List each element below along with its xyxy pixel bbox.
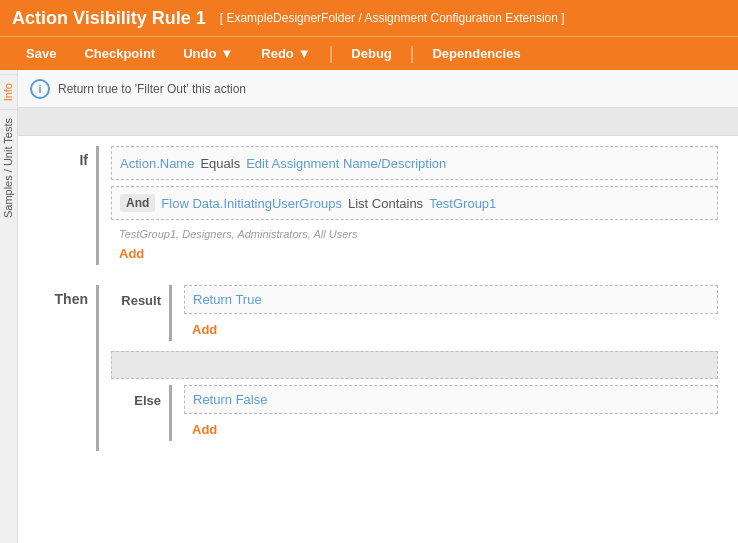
- else-value[interactable]: Return False: [184, 385, 718, 414]
- info-icon: i: [30, 79, 50, 99]
- if-label: If: [48, 146, 88, 168]
- result-row: Result Return True Add: [111, 285, 718, 341]
- redo-label: Redo: [261, 46, 294, 61]
- result-bracket: Return True Add: [169, 285, 718, 341]
- else-add-button[interactable]: Add: [184, 418, 225, 441]
- redo-chevron-icon: ▼: [298, 46, 311, 61]
- debug-button[interactable]: Debug: [337, 37, 405, 71]
- undo-label: Undo: [183, 46, 216, 61]
- if-bracket: Action.Name Equals Edit Assignment Name/…: [96, 146, 718, 265]
- page-header: Action Visibility Rule 1 [ ExampleDesign…: [0, 0, 738, 36]
- separator-1: |: [329, 43, 334, 64]
- condition-2-field[interactable]: Flow Data.InitiatingUserGroups: [161, 196, 342, 211]
- condition-and-label: And: [120, 194, 155, 212]
- condition-2-value[interactable]: TestGroup1: [429, 196, 496, 211]
- add-condition-button[interactable]: Add: [111, 242, 152, 265]
- result-value[interactable]: Return True: [184, 285, 718, 314]
- condition-1-value[interactable]: Edit Assignment Name/Description: [246, 156, 446, 171]
- condition-row-2: And Flow Data.InitiatingUserGroups List …: [111, 186, 718, 220]
- info-bar: i Return true to 'Filter Out' this actio…: [18, 70, 738, 108]
- then-spacer: [111, 351, 718, 379]
- condition-1-field[interactable]: Action.Name: [120, 156, 194, 171]
- content-area: i Return true to 'Filter Out' this actio…: [18, 70, 738, 543]
- then-section: Then Result Return True Add Else: [48, 285, 718, 451]
- save-button[interactable]: Save: [12, 37, 70, 71]
- dependencies-button[interactable]: Dependencies: [418, 37, 534, 71]
- left-sidebar: Info Samples / Unit Tests: [0, 70, 18, 543]
- page-title: Action Visibility Rule 1: [12, 8, 206, 29]
- condition-1-op: Equals: [200, 156, 240, 171]
- condition-2-op: List Contains: [348, 196, 423, 211]
- header-path: [ ExampleDesignerFolder / Assignment Con…: [220, 11, 565, 25]
- else-label: Else: [111, 385, 161, 408]
- info-message: Return true to 'Filter Out' this action: [58, 82, 246, 96]
- then-bracket: Result Return True Add Else Return False: [96, 285, 718, 451]
- spacer-bar: [18, 108, 738, 136]
- result-add-button[interactable]: Add: [184, 318, 225, 341]
- else-bracket: Return False Add: [169, 385, 718, 441]
- condition-hint: TestGroup1, Designers, Administrators, A…: [111, 226, 718, 242]
- then-label: Then: [48, 285, 88, 307]
- checkpoint-button[interactable]: Checkpoint: [70, 37, 169, 71]
- redo-button[interactable]: Redo ▼: [247, 37, 324, 71]
- rule-area: If Action.Name Equals Edit Assignment Na…: [18, 136, 738, 543]
- undo-button[interactable]: Undo ▼: [169, 37, 247, 71]
- main-container: Info Samples / Unit Tests i Return true …: [0, 70, 738, 543]
- separator-2: |: [410, 43, 415, 64]
- toolbar: Save Checkpoint Undo ▼ Redo ▼ | Debug | …: [0, 36, 738, 70]
- result-label: Result: [111, 285, 161, 308]
- if-section: If Action.Name Equals Edit Assignment Na…: [48, 146, 718, 265]
- else-row: Else Return False Add: [111, 385, 718, 441]
- sidebar-tab-info[interactable]: Info: [0, 74, 18, 109]
- sidebar-tab-samples[interactable]: Samples / Unit Tests: [0, 109, 18, 226]
- undo-chevron-icon: ▼: [220, 46, 233, 61]
- condition-row-1: Action.Name Equals Edit Assignment Name/…: [111, 146, 718, 180]
